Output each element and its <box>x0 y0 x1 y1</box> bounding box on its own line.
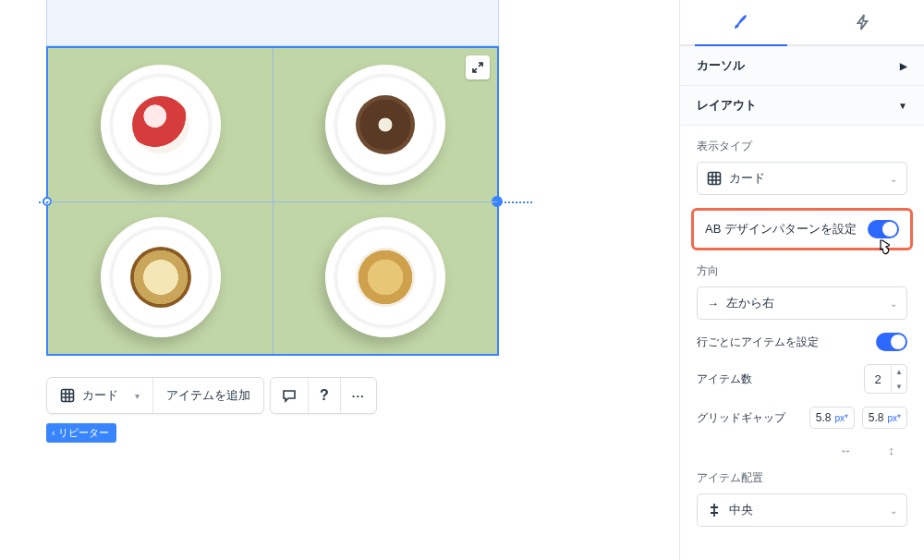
brush-icon <box>732 13 750 31</box>
chevron-down-icon: ▾ <box>135 391 140 401</box>
repeater-selection[interactable] <box>46 46 499 356</box>
more-icon: ··· <box>352 389 365 403</box>
sidebar-tabs <box>680 0 924 44</box>
plate-image <box>101 65 221 185</box>
svg-rect-1 <box>709 173 721 185</box>
horizontal-axis-icon: ↔ <box>840 444 852 457</box>
guide-right <box>497 201 532 203</box>
plate-image <box>325 65 445 185</box>
step-up-icon[interactable]: ▲ <box>892 364 906 379</box>
grid-cell[interactable] <box>48 201 273 355</box>
direction-field: 方向 → 左から右 ⌄ <box>697 263 907 320</box>
item-align-label: アイテム配置 <box>697 470 907 486</box>
align-center-icon <box>707 503 722 517</box>
grid-cell[interactable] <box>48 48 273 201</box>
grid-gap-field: グリッドギャップ 5.8 px* 5.8 px* <box>697 407 907 429</box>
card-label: カード <box>82 387 118 404</box>
item-align-select[interactable]: 中央 ⌄ <box>697 493 907 527</box>
items-per-row-toggle[interactable] <box>876 333 907 351</box>
caret-right-icon: ▶ <box>900 61 907 71</box>
item-count-stepper[interactable]: ▲ ▼ <box>891 364 906 394</box>
items-per-row-label: 行ごとにアイテムを設定 <box>697 335 819 350</box>
element-tag[interactable]: リピーター <box>46 423 116 443</box>
toolbar-group-main: カード ▾ アイテムを追加 <box>46 377 264 414</box>
tab-underline <box>680 44 924 46</box>
selection-top-band <box>46 0 499 46</box>
accordion-cursor-label: カーソル <box>697 57 745 74</box>
items-per-row-field: 行ごとにアイテムを設定 <box>697 333 907 351</box>
accordion-layout-label: レイアウト <box>697 97 757 114</box>
item-count-input[interactable]: 2 ▲ ▼ <box>864 364 907 394</box>
add-item-label: アイテムを追加 <box>166 387 250 404</box>
properties-sidebar: カーソル ▶ レイアウト ▼ 表示タイプ カード ⌄ AB デザインパターンを設… <box>679 0 924 560</box>
grid-icon <box>60 388 75 403</box>
canvas-area: カード ▾ アイテムを追加 ? ··· リピーター <box>0 0 679 560</box>
tab-interactions[interactable] <box>802 0 924 44</box>
ab-pattern-label: AB デザインパターンを設定 <box>705 221 857 237</box>
grid-cell[interactable] <box>273 201 497 355</box>
more-button[interactable]: ··· <box>340 378 376 413</box>
chevron-down-icon: ⌄ <box>890 505 897 516</box>
grid-gap-v-value: 5.8 <box>869 411 884 424</box>
grid-gap-label: グリッドギャップ <box>697 410 785 426</box>
item-align-value: 中央 <box>729 502 753 518</box>
display-type-label: 表示タイプ <box>697 139 907 154</box>
help-button[interactable]: ? <box>308 378 340 413</box>
plate-image <box>325 217 445 337</box>
svg-rect-0 <box>62 390 74 402</box>
help-icon: ? <box>320 387 329 404</box>
item-count-value: 2 <box>865 372 891 386</box>
comment-button[interactable] <box>271 378 308 413</box>
floating-toolbar: カード ▾ アイテムを追加 ? ··· <box>46 377 377 414</box>
toolbar-group-actions: ? ··· <box>270 377 377 414</box>
accordion-layout[interactable]: レイアウト ▼ <box>680 86 924 126</box>
grid-gap-v-unit: px* <box>888 413 901 423</box>
grid-gap-v-input[interactable]: 5.8 px* <box>862 407 907 429</box>
ab-pattern-toggle[interactable] <box>868 220 899 238</box>
grid-gap-h-value: 5.8 <box>816 411 832 424</box>
grid-cell[interactable] <box>273 48 497 201</box>
tab-design[interactable] <box>680 0 802 44</box>
display-type-value: カード <box>729 170 765 187</box>
grid-gap-h-unit: px* <box>834 413 847 423</box>
chevron-down-icon: ⌄ <box>890 174 897 184</box>
ab-pattern-row: AB デザインパターンを設定 <box>691 208 913 250</box>
item-count-field: アイテム数 2 ▲ ▼ <box>697 364 907 394</box>
item-align-field: アイテム配置 中央 ⌄ <box>697 470 907 527</box>
item-count-label: アイテム数 <box>697 371 752 387</box>
display-type-field: 表示タイプ カード ⌄ <box>697 139 907 195</box>
guide-left <box>39 201 48 203</box>
cursor-pointer-icon <box>875 238 894 263</box>
accordion-cursor[interactable]: カーソル ▶ <box>680 46 924 86</box>
chevron-down-icon: ⌄ <box>890 298 897 309</box>
add-item-button[interactable]: アイテムを追加 <box>152 378 263 413</box>
gap-axis-icons: ↔ ↕ <box>697 442 907 457</box>
grid-icon <box>707 171 722 186</box>
direction-label: 方向 <box>697 263 907 279</box>
caret-down-icon: ▼ <box>898 101 907 111</box>
direction-value: 左から右 <box>726 295 774 311</box>
arrow-right-icon: → <box>707 297 719 310</box>
display-type-dropdown[interactable]: カード ▾ <box>47 378 152 413</box>
step-down-icon[interactable]: ▼ <box>892 379 906 394</box>
vertical-axis-icon: ↕ <box>889 444 895 457</box>
comment-icon <box>282 388 297 403</box>
plate-image <box>101 217 221 337</box>
direction-select[interactable]: → 左から右 ⌄ <box>697 286 907 320</box>
grid-gap-h-input[interactable]: 5.8 px* <box>809 407 855 429</box>
lightning-icon <box>855 14 871 30</box>
selection-wrapper <box>46 0 499 356</box>
display-type-select[interactable]: カード ⌄ <box>697 162 907 195</box>
layout-panel: 表示タイプ カード ⌄ AB デザインパターンを設定 方向 → 左から右 <box>680 126 924 540</box>
